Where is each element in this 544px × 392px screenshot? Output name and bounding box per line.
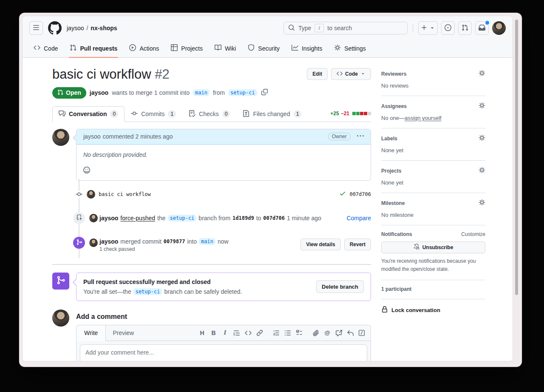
gear-icon[interactable]: [479, 167, 485, 175]
code-dropdown-button[interactable]: Code: [331, 68, 371, 80]
copy-branch-icon[interactable]: [261, 89, 268, 97]
nav-tab-settings[interactable]: Settings: [330, 39, 370, 57]
old-sha[interactable]: 1d189d9: [232, 215, 254, 221]
milestone-value: No milestone: [381, 212, 485, 218]
nav-tab-actions[interactable]: Actions: [125, 39, 163, 57]
comment-author-avatar[interactable]: [52, 129, 69, 146]
new-sha[interactable]: 007d706: [263, 215, 285, 221]
assignees-title: Assignees: [381, 103, 407, 109]
actor-avatar[interactable]: [89, 214, 98, 222]
assignees-value: No one—: [381, 115, 405, 121]
create-new-button[interactable]: [418, 21, 438, 35]
markdown-toolbar: H B I: [193, 325, 371, 341]
play-icon: [129, 44, 136, 52]
nav-tab-label: Wiki: [225, 45, 236, 52]
bullet-list-icon[interactable]: [282, 327, 293, 338]
header-divider: [413, 24, 413, 32]
git-pull-request-icon: [462, 24, 468, 32]
diffstat-block: [356, 112, 360, 115]
heading-icon[interactable]: H: [196, 327, 208, 338]
pr-state-badge: Open: [52, 87, 86, 99]
edit-button[interactable]: Edit: [307, 68, 328, 80]
commit-sha-link[interactable]: 007d706: [349, 191, 371, 197]
bold-icon[interactable]: B: [208, 327, 219, 338]
breadcrumb-owner[interactable]: jaysoo: [67, 25, 84, 31]
mention-icon[interactable]: [321, 327, 333, 338]
compare-link[interactable]: Compare: [346, 215, 371, 222]
task-list-icon[interactable]: [293, 327, 305, 338]
tab-files-changed[interactable]: Files changed 1: [236, 106, 308, 122]
nav-tab-wiki[interactable]: Wiki: [210, 39, 240, 57]
write-tab[interactable]: Write: [76, 325, 106, 341]
delete-branch-button[interactable]: Delete branch: [316, 280, 364, 293]
current-user-avatar[interactable]: [52, 310, 69, 327]
assign-yourself-link[interactable]: assign yourself: [405, 115, 442, 121]
nav-tab-pull-requests[interactable]: Pull requests: [65, 39, 122, 57]
actor-login[interactable]: jaysoo: [99, 215, 118, 222]
commit-event-row: basic ci workflow 007d706: [52, 187, 371, 202]
saved-reply-icon[interactable]: [344, 327, 356, 338]
slash-command-icon[interactable]: [356, 327, 367, 338]
unsubscribe-button[interactable]: Unsubscribe: [381, 241, 485, 253]
nav-tab-security[interactable]: Security: [244, 39, 284, 57]
check-status-text[interactable]: 1 check passed: [99, 246, 229, 252]
commit-message-link[interactable]: basic ci workflow: [99, 191, 151, 197]
view-details-button[interactable]: View details: [300, 239, 340, 250]
github-logo-icon[interactable]: [48, 21, 62, 35]
tab-counter: 1: [294, 110, 302, 118]
nav-tab-code[interactable]: Code: [29, 39, 62, 57]
gear-icon[interactable]: [479, 199, 485, 207]
tab-conversation[interactable]: Conversation 0: [52, 106, 125, 122]
comment-textarea[interactable]: [80, 344, 367, 361]
projects-title: Projects: [381, 168, 401, 174]
base-branch-chip[interactable]: main: [199, 238, 215, 245]
force-pushed-link[interactable]: force-pushed: [120, 215, 155, 222]
git-commit-icon: [76, 191, 82, 198]
head-branch-chip[interactable]: setup-ci: [133, 288, 162, 295]
search-input[interactable]: Type / to search: [283, 22, 408, 34]
nav-tab-insights[interactable]: Insights: [287, 39, 326, 57]
cross-reference-icon[interactable]: [333, 327, 344, 338]
lock-icon: [381, 306, 388, 314]
italic-icon[interactable]: I: [219, 327, 231, 338]
kebab-menu-icon[interactable]: [357, 133, 364, 141]
head-branch-chip[interactable]: setup-ci: [168, 215, 197, 222]
user-avatar[interactable]: [492, 21, 506, 35]
lock-conversation-button[interactable]: Lock conversation: [381, 299, 485, 321]
quote-icon[interactable]: [231, 327, 242, 338]
revert-button[interactable]: Revert: [344, 239, 371, 250]
comment-author[interactable]: jaysoo: [83, 133, 100, 140]
actor-avatar[interactable]: [89, 239, 98, 247]
check-icon[interactable]: [339, 190, 346, 198]
tab-checks[interactable]: Checks 0: [182, 106, 236, 122]
window-scrollbar[interactable]: [515, 20, 518, 295]
pr-author[interactable]: jaysoo: [90, 89, 108, 96]
add-reaction-icon[interactable]: [83, 167, 90, 173]
commit-author-avatar[interactable]: [87, 190, 95, 199]
code-icon[interactable]: [242, 327, 254, 338]
numbered-list-icon[interactable]: [270, 327, 282, 338]
plus-icon: [421, 24, 428, 32]
merged-body-pre: You're all set—the: [83, 288, 131, 295]
gear-icon[interactable]: [479, 102, 485, 110]
gear-icon[interactable]: [479, 70, 485, 78]
actor-login[interactable]: jaysoo: [99, 238, 118, 245]
file-diff-icon: [243, 110, 249, 118]
nav-tab-projects[interactable]: Projects: [167, 39, 207, 57]
link-icon[interactable]: [254, 327, 265, 338]
tab-commits[interactable]: Commits 1: [125, 106, 182, 122]
preview-tab[interactable]: Preview: [106, 325, 141, 341]
merge-commit-sha[interactable]: 0079877: [164, 239, 185, 244]
issues-button[interactable]: [441, 21, 455, 35]
pull-requests-button[interactable]: [458, 21, 472, 35]
code-icon: [337, 71, 343, 78]
gear-icon[interactable]: [479, 134, 485, 142]
comment-body: No description provided.: [83, 151, 364, 158]
tab-label: Files changed: [253, 111, 290, 117]
customize-link[interactable]: Customize: [461, 231, 485, 237]
hamburger-menu-button[interactable]: [29, 21, 43, 35]
head-branch-chip[interactable]: setup-ci: [228, 89, 257, 96]
attach-file-icon[interactable]: [310, 327, 321, 338]
breadcrumb-repo[interactable]: nx-shops: [91, 25, 117, 31]
base-branch-chip[interactable]: main: [193, 89, 210, 96]
